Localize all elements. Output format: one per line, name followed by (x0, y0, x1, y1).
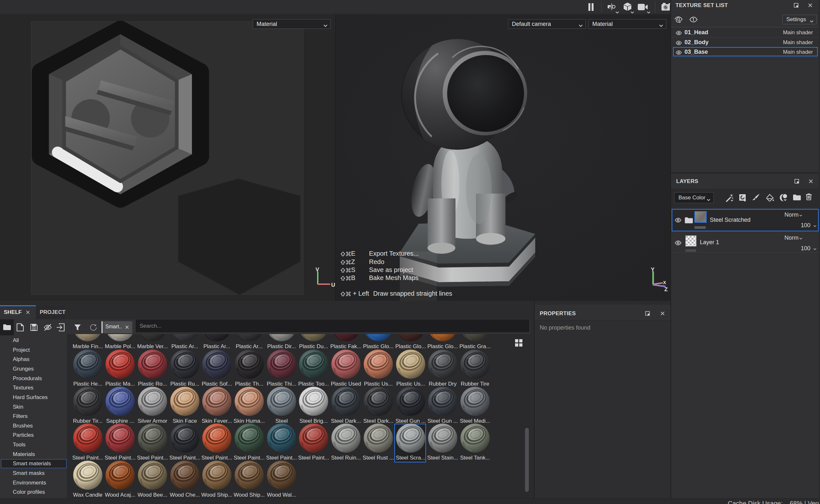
svg-text:Y: Y (651, 267, 655, 273)
svg-text:V: V (316, 267, 319, 273)
svg-text:Z: Z (664, 286, 668, 292)
svg-text:X: X (663, 280, 666, 285)
svg-text:U: U (331, 282, 335, 288)
